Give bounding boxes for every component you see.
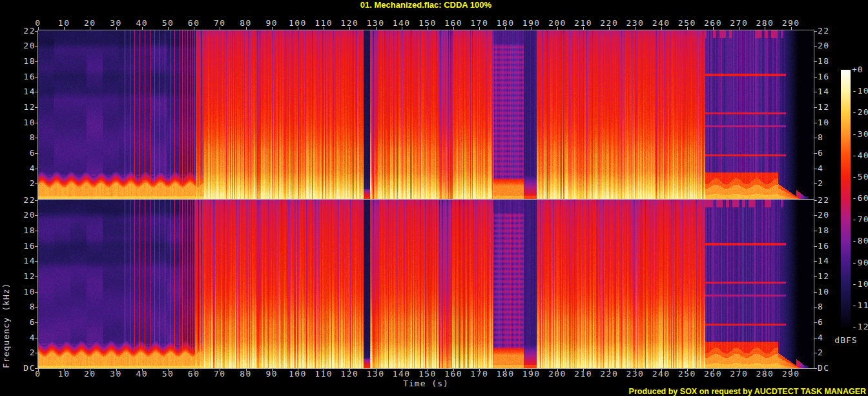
time-tick-label: 220: [596, 19, 622, 28]
freq-tick-label: 8: [818, 133, 843, 142]
freq-tick-label: 4: [818, 164, 843, 173]
freq-tick-label: 8: [10, 302, 36, 311]
freq-tick-label: 14: [818, 87, 843, 96]
freq-tick-label: 14: [10, 87, 36, 96]
time-tick-label: 260: [700, 19, 726, 28]
legend-tick-label: +0: [852, 65, 863, 74]
freq-tick-label: 22: [10, 196, 36, 205]
time-tick-label: 30: [103, 19, 129, 28]
time-tick-label: 170: [466, 19, 492, 28]
legend-tick-label: -10: [852, 87, 868, 96]
freq-tick-label: 6: [818, 318, 843, 327]
freq-tick-label: 22: [10, 26, 36, 36]
freq-tick-label: 18: [818, 226, 843, 235]
sox-spectrogram-window: 01. Mechanized.flac: CDDA 100% Frequency…: [0, 0, 868, 396]
time-tick-label: 180: [492, 19, 518, 28]
freq-tick-label: 14: [10, 256, 36, 266]
legend-tick-label: -50: [852, 172, 868, 182]
time-tick-label: 20: [77, 19, 103, 28]
freq-tick-label: 20: [10, 41, 36, 50]
time-tick-label: 140: [389, 19, 415, 28]
spectrogram-frame: [37, 30, 814, 369]
time-tick-label: 80: [233, 19, 259, 28]
page-title: 01. Mechanized.flac: CDDA 100%: [38, 0, 814, 10]
freq-tick-label: 12: [818, 103, 843, 112]
freq-tick-label: 2: [10, 179, 36, 188]
legend-tick-label: -80: [852, 236, 868, 245]
time-tick-label: 240: [648, 19, 674, 28]
freq-tick-label: 14: [818, 256, 843, 266]
freq-tick-label: 22: [818, 26, 843, 36]
time-tick-label: 250: [674, 19, 700, 28]
freq-tick-label: 22: [818, 196, 843, 205]
time-tick-label: 120: [336, 19, 362, 28]
legend-tick-label: -100: [852, 280, 868, 289]
legend-tick-label: -30: [852, 130, 868, 139]
time-tick-label: 230: [622, 19, 648, 28]
time-tick-label: 290: [778, 19, 804, 28]
freq-tick-label: 12: [10, 103, 36, 112]
freq-tick-label: 18: [10, 226, 36, 235]
freq-tick-label: 10: [818, 287, 843, 297]
freq-tick-label: 2: [10, 348, 36, 357]
legend-tick-label: -90: [852, 258, 868, 267]
dbfs-legend-unit: dBFS: [833, 335, 859, 345]
time-tick-label: 60: [181, 19, 207, 28]
time-tick-label: 130: [363, 19, 389, 28]
freq-tick-label: 6: [10, 149, 36, 158]
legend-tick-label: -70: [852, 215, 868, 224]
footer-credit: Produced by SOX on request by AUCDTECT T…: [629, 387, 866, 396]
freq-tick-label: 6: [818, 149, 843, 158]
time-tick-label: 210: [570, 19, 596, 28]
time-tick-label: 160: [440, 19, 466, 28]
time-tick-label: 270: [726, 19, 752, 28]
freq-tick-label: 20: [10, 211, 36, 220]
time-tick-label: 190: [519, 19, 544, 28]
time-tick-label: 90: [259, 19, 285, 28]
freq-axis-title: Frequency (kHz): [1, 30, 11, 368]
legend-tick-label: -40: [852, 151, 868, 160]
freq-tick-label: 16: [10, 242, 36, 251]
legend-tick-label: -60: [852, 194, 868, 203]
freq-tick-label: 2: [818, 179, 843, 188]
freq-tick-label: 20: [818, 211, 843, 220]
freq-tick-label: 18: [10, 57, 36, 66]
time-tick-label: 200: [544, 19, 570, 28]
spectrogram-canvas: [38, 30, 814, 368]
time-tick-label: 110: [311, 19, 336, 28]
freq-tick-label: 16: [818, 242, 843, 251]
time-tick-label: 150: [415, 19, 440, 28]
freq-tick-label: 20: [818, 41, 843, 50]
legend-tick-label: -110: [852, 301, 868, 310]
freq-tick-label: 4: [10, 333, 36, 342]
time-tick-label: 70: [207, 19, 232, 28]
freq-tick-label: DC: [818, 364, 843, 373]
freq-tick-label: 16: [818, 72, 843, 81]
freq-tick-label: DC: [10, 364, 36, 373]
freq-tick-label: 12: [10, 272, 36, 281]
freq-tick-label: 18: [818, 57, 843, 66]
freq-tick-label: 16: [10, 72, 36, 81]
freq-tick-label: 10: [10, 287, 36, 297]
time-tick-label: 50: [155, 19, 181, 28]
freq-tick-label: 2: [818, 348, 843, 357]
freq-tick-label: 8: [818, 302, 843, 311]
time-tick-label: 280: [752, 19, 778, 28]
freq-tick-label: 8: [10, 133, 36, 142]
time-tick-label: 40: [129, 19, 155, 28]
freq-tick-label: 12: [818, 272, 843, 281]
freq-tick-label: 6: [10, 318, 36, 327]
dbfs-legend-bar: [841, 70, 851, 327]
legend-tick-label: -20: [852, 108, 868, 117]
legend-tick-label: -120: [852, 322, 868, 331]
time-tick-label: 100: [285, 19, 311, 28]
freq-tick-label: 10: [818, 118, 843, 127]
freq-tick-label: 4: [10, 164, 36, 173]
freq-tick-label: 10: [10, 118, 36, 127]
time-tick-label: 10: [51, 19, 77, 28]
